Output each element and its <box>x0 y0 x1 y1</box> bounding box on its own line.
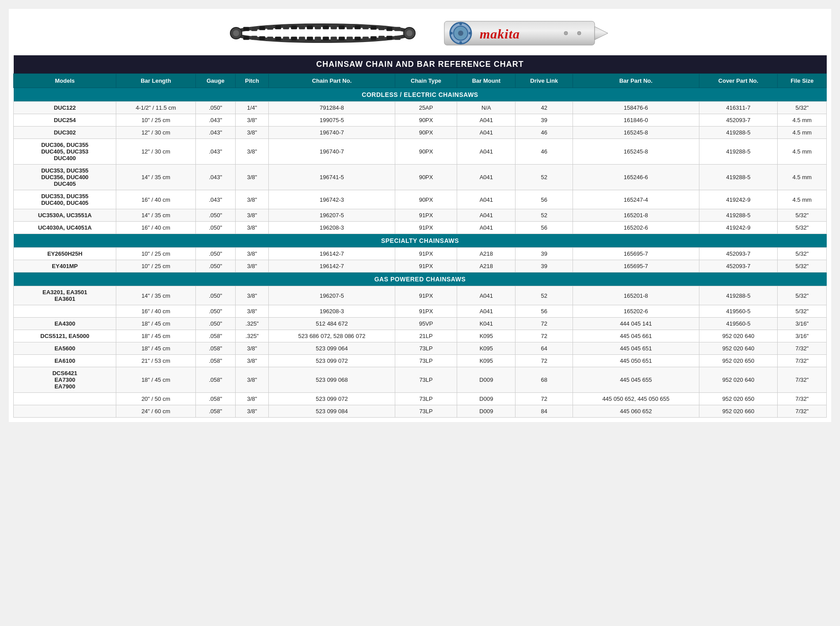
cover-part-no: 419560-5 <box>699 305 778 318</box>
chain-type: 21LP <box>395 330 457 342</box>
svg-rect-12 <box>299 25 305 29</box>
pitch: 3/8" <box>236 367 269 393</box>
pitch: 3/8" <box>236 209 269 222</box>
cover-part-no: 452093-7 <box>699 114 778 127</box>
chain-part-no: 523 686 072, 528 086 072 <box>269 330 395 342</box>
chain-type: 90PX <box>395 190 457 209</box>
cover-part-no: 452093-7 <box>699 248 778 260</box>
bar-length: 14" / 35 cm <box>116 286 196 305</box>
gauge: .058" <box>195 342 235 355</box>
svg-rect-26 <box>251 36 257 40</box>
bar-mount: A041 <box>457 114 515 127</box>
cover-part-no: 452093-7 <box>699 260 778 273</box>
chain-type: 90PX <box>395 114 457 127</box>
svg-rect-37 <box>339 37 345 41</box>
pitch: 3/8" <box>236 165 269 190</box>
table-row: UC4030A, UC4051A 16" / 40 cm .050" 3/8" … <box>14 222 827 234</box>
svg-rect-9 <box>275 25 281 29</box>
chain-part-no: 196740-7 <box>269 127 395 139</box>
svg-rect-36 <box>331 37 337 41</box>
bar-mount: A041 <box>457 209 515 222</box>
gauge: .058" <box>195 330 235 342</box>
drive-link: 72 <box>515 393 573 405</box>
bar-part-no: 165695-7 <box>573 260 699 273</box>
bar-part-no: 165246-6 <box>573 165 699 190</box>
file-size: 4.5 mm <box>778 165 827 190</box>
drive-link: 72 <box>515 330 573 342</box>
gauge: .043" <box>195 190 235 209</box>
table-title: CHAINSAW CHAIN AND BAR REFERENCE CHART <box>14 55 827 74</box>
bar-part-no: 165202-6 <box>573 222 699 234</box>
chain-part-no: 196208-3 <box>269 222 395 234</box>
model: EY401MP <box>14 260 116 273</box>
cover-part-no: 419288-5 <box>699 286 778 305</box>
model: DUC122 <box>14 102 116 114</box>
chain-part-no: 523 099 064 <box>269 342 395 355</box>
chain-type: 73LP <box>395 405 457 418</box>
model: EA4300 <box>14 318 116 330</box>
chain-part-no: 199075-5 <box>269 114 395 127</box>
bar-mount: D009 <box>457 405 515 418</box>
bar-mount: A041 <box>457 305 515 318</box>
svg-point-4 <box>406 30 412 36</box>
bar-length: 20" / 50 cm <box>116 393 196 405</box>
bar-mount: A041 <box>457 165 515 190</box>
model: UC4030A, UC4051A <box>14 222 116 234</box>
model: EA6100 <box>14 355 116 367</box>
chain-type: 91PX <box>395 305 457 318</box>
drive-link: 39 <box>515 260 573 273</box>
table-row: DUC122 4-1/2" / 11.5 cm .050" 1/4" 79128… <box>14 102 827 114</box>
bar-part-no: 161846-0 <box>573 114 699 127</box>
svg-rect-14 <box>315 25 321 29</box>
col-cover-part-no: Cover Part No. <box>699 74 778 88</box>
chain-type: 91PX <box>395 248 457 260</box>
file-size: 4.5 mm <box>778 190 827 209</box>
file-size: 5/32" <box>778 102 827 114</box>
file-size: 4.5 mm <box>778 139 827 165</box>
table-row: DUC254 10" / 25 cm .043" 3/8" 199075-5 9… <box>14 114 827 127</box>
chain-type: 91PX <box>395 286 457 305</box>
bar-part-no: 165201-8 <box>573 286 699 305</box>
svg-point-55 <box>564 31 568 35</box>
model: DUC353, DUC355 DUC400, DUC405 <box>14 190 116 209</box>
file-size: 7/32" <box>778 393 827 405</box>
svg-rect-23 <box>386 27 393 31</box>
pitch: 3/8" <box>236 190 269 209</box>
gauge: .043" <box>195 127 235 139</box>
pitch: .325" <box>236 330 269 342</box>
bar-mount: K095 <box>457 355 515 367</box>
page-container: makita CHAINSAW CHAIN AND BAR REFERENCE … <box>9 9 831 422</box>
bar-part-no: 165245-8 <box>573 127 699 139</box>
col-file-size: File Size <box>778 74 827 88</box>
bar-length: 16" / 40 cm <box>116 305 196 318</box>
table-row: EY2650H25H 10" / 25 cm .050" 3/8" 196142… <box>14 248 827 260</box>
bar-mount: A218 <box>457 260 515 273</box>
bar-mount: K095 <box>457 330 515 342</box>
file-size: 5/32" <box>778 305 827 318</box>
drive-link: 52 <box>515 209 573 222</box>
svg-rect-18 <box>347 25 353 29</box>
bar-mount: K095 <box>457 342 515 355</box>
svg-rect-8 <box>267 26 273 30</box>
gauge: .058" <box>195 393 235 405</box>
bar-mount: D009 <box>457 367 515 393</box>
bar-part-no: 165695-7 <box>573 248 699 260</box>
svg-point-51 <box>459 41 462 44</box>
bar-mount: A218 <box>457 248 515 260</box>
gauge: .058" <box>195 367 235 393</box>
table-row: DCS6421 EA7300 EA7900 18" / 45 cm .058" … <box>14 367 827 393</box>
chain-part-no: 523 099 072 <box>269 393 395 405</box>
bar-part-no: 445 045 655 <box>573 367 699 393</box>
svg-rect-21 <box>370 26 377 30</box>
bar-mount: A041 <box>457 286 515 305</box>
svg-point-49 <box>458 31 463 36</box>
model <box>14 305 116 318</box>
col-pitch: Pitch <box>236 74 269 88</box>
bar-length: 18" / 45 cm <box>116 367 196 393</box>
drive-link: 64 <box>515 342 573 355</box>
cover-part-no: 952 020 660 <box>699 405 778 418</box>
svg-rect-13 <box>307 25 313 29</box>
file-size: 7/32" <box>778 342 827 355</box>
reference-table: CHAINSAW CHAIN AND BAR REFERENCE CHART M… <box>13 55 827 418</box>
bar-mount: A041 <box>457 222 515 234</box>
